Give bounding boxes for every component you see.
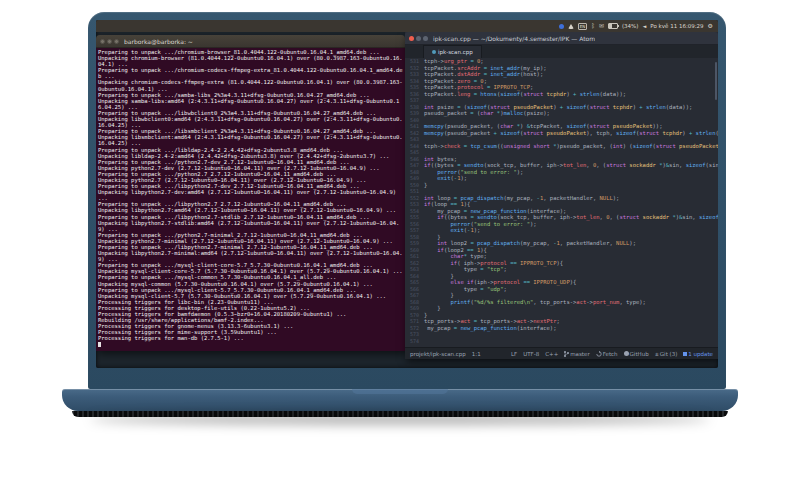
wifi-icon[interactable]	[568, 24, 574, 29]
status-file-path[interactable]: projekt/ipk-scan.cpp	[410, 351, 466, 357]
status-updates[interactable]: 1 update	[683, 351, 713, 357]
github-icon	[624, 351, 629, 356]
terminal-line: Unpacking libpython2.7-dev:amd64 (2.7.12…	[98, 189, 403, 201]
laptop-base	[62, 389, 738, 411]
code-line	[424, 338, 718, 345]
code-editor[interactable]: 5315325335345355365375385395405415425435…	[405, 58, 718, 347]
terminal-line: Unpacking libpython2.7-stdlib:amd64 (2.7…	[98, 220, 403, 232]
git-branch-icon	[564, 351, 569, 357]
laptop-shadow	[90, 414, 710, 424]
terminal-titlebar[interactable]: barborka@barborka: ~	[96, 35, 405, 48]
minimize-icon[interactable]	[416, 36, 421, 41]
status-fetch[interactable]: Fetch	[596, 351, 618, 357]
laptop-bezel: EN ᛒ ✉ (34%) ◄ Po kvě 11 16:09:29 ⚙ barb…	[88, 12, 726, 389]
laptop-screen: EN ᛒ ✉ (34%) ◄ Po kvě 11 16:09:29 ⚙ barb…	[96, 20, 718, 368]
git-plusminus-icon: ±	[655, 351, 659, 357]
atom-window: ipk-scan.cpp — ~/Dokumenty/4.semester/IP…	[405, 32, 718, 359]
status-github[interactable]: GitHub	[624, 351, 649, 357]
terminal-line: Unpacking libpython2.7:amd64 (2.7.12-1ub…	[98, 207, 403, 213]
sync-icon	[596, 351, 602, 357]
terminal-line: Preparing to unpack .../chromium-codecs-…	[98, 67, 403, 79]
package-icon	[683, 352, 687, 356]
cpp-file-icon	[432, 50, 436, 54]
maximize-icon[interactable]	[423, 36, 428, 41]
laptop-mockup: EN ᛒ ✉ (34%) ◄ Po kvě 11 16:09:29 ⚙ barb…	[0, 0, 800, 477]
status-encoding[interactable]: UTF-8	[523, 351, 539, 357]
status-cursor-position[interactable]: 1:1	[472, 351, 481, 357]
code-line: memcpy(pseudo_packet + sizeof(struct pse…	[424, 130, 718, 137]
terminal-title: barborka@barborka: ~	[124, 38, 193, 45]
terminal-line: Unpacking libldap-2.4-2:amd64 (2.4.42+df…	[98, 153, 403, 159]
close-icon[interactable]	[100, 39, 105, 44]
status-git-changes[interactable]: ± Git (3)	[655, 351, 678, 357]
clock[interactable]: Po kvě 11 16:09:29	[650, 23, 703, 29]
terminal-window: barborka@barborka: ~ Preparing to unpack…	[96, 35, 405, 351]
status-grammar[interactable]: C++	[545, 351, 558, 357]
terminal-line: Unpacking libsmbclient:amd64 (2:4.3.11+d…	[98, 134, 403, 146]
battery-icon[interactable]	[608, 23, 618, 29]
terminal-line: Unpacking libwbclient0:amd64 (2:4.3.11+d…	[98, 116, 403, 128]
terminal-line: Unpacking chromium-codecs-ffmpeg-extra (…	[98, 79, 403, 91]
editor-gutter: 5315325335345355365375385395405415425435…	[405, 58, 422, 347]
minimize-icon[interactable]	[107, 39, 112, 44]
status-line-ending[interactable]: LF	[511, 351, 517, 357]
terminal-line: Unpacking chromium-browser (81.0.4044.12…	[98, 55, 403, 67]
bluetooth-icon[interactable]: ᛒ	[591, 23, 595, 29]
terminal-line: Preparing to unpack .../python2.7-minima…	[98, 232, 403, 238]
volume-icon[interactable]: ◄	[642, 23, 646, 29]
line-number: 574	[405, 338, 419, 345]
editor-scrollbar[interactable]	[715, 62, 717, 100]
battery-percentage: (34%)	[622, 23, 639, 29]
keyboard-layout-indicator[interactable]: EN	[578, 23, 588, 30]
atom-window-title: ipk-scan.cpp — ~/Dokumenty/4.semester/IP…	[433, 35, 595, 42]
terminal-line: Preparing to unpack .../libpython2.7-std…	[98, 214, 403, 220]
bluetooth-manager-icon[interactable]	[559, 24, 564, 29]
tab-label: ipk-scan.cpp	[438, 49, 473, 55]
atom-tab-bar: ipk-scan.cpp	[405, 45, 718, 58]
terminal-line: Unpacking libpython2.7-minimal:amd64 (2.…	[98, 250, 403, 262]
editor-code[interactable]: tcph->urg_ptr = 0;tcpPacket.srcAddr = in…	[422, 58, 718, 347]
tab-ipk-scan-cpp[interactable]: ipk-scan.cpp	[423, 45, 482, 58]
terminal-output[interactable]: Preparing to unpack .../chromium-browser…	[96, 48, 405, 351]
close-icon[interactable]	[409, 36, 414, 41]
mail-icon[interactable]: ✉	[599, 23, 604, 29]
atom-status-bar: projekt/ipk-scan.cpp 1:1 LF UTF-8 C++ ma…	[405, 347, 718, 359]
terminal-line: Unpacking python2.7-dev (2.7.12-1ubuntu0…	[98, 165, 403, 171]
session-gear-icon[interactable]: ⚙	[708, 23, 713, 29]
ubuntu-top-panel: EN ᛒ ✉ (34%) ◄ Po kvě 11 16:09:29 ⚙	[96, 20, 718, 32]
maximize-icon[interactable]	[114, 39, 119, 44]
terminal-line: Preparing to unpack .../samba-libs_2%3a4…	[98, 92, 403, 98]
terminal-line: Unpacking mysql-common (5.7.30-0ubuntu0.…	[98, 281, 403, 287]
terminal-line: Unpacking mysql-client-5.7 (5.7.30-0ubun…	[98, 293, 403, 299]
terminal-line: Unpacking samba-libs:amd64 (2:4.3.11+dfs…	[98, 98, 403, 110]
status-git-branch[interactable]: master	[564, 351, 589, 357]
terminal-prompt-line	[98, 342, 403, 348]
code-line: tcph->check = tcp_csum((unsigned short *…	[424, 143, 718, 150]
atom-titlebar[interactable]: ipk-scan.cpp — ~/Dokumenty/4.semester/IP…	[405, 32, 718, 45]
terminal-cursor	[98, 342, 101, 347]
